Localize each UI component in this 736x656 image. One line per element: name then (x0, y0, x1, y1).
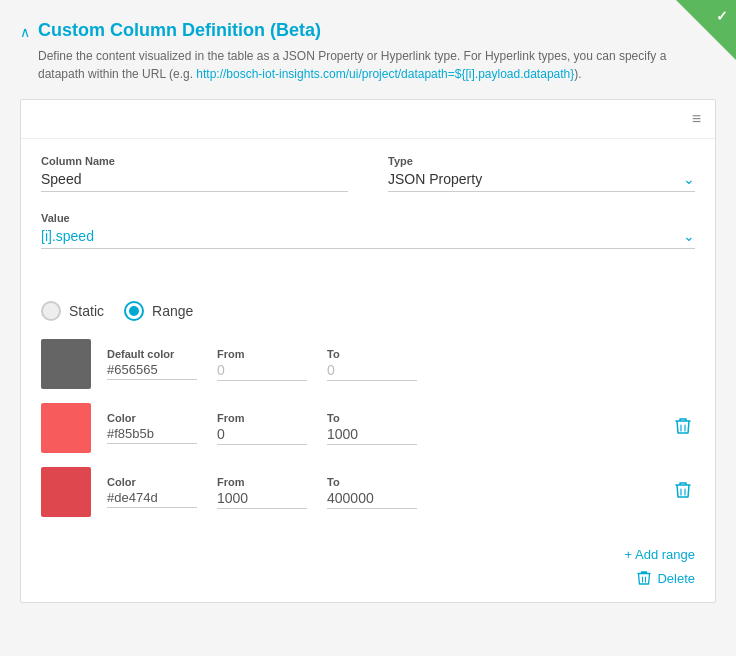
column-name-input-row (41, 171, 348, 192)
form-row-2: Value ⌄ (41, 212, 695, 249)
type-input-row: ⌄ (388, 171, 695, 192)
header-section: ∧ Custom Column Definition (Beta) Define… (20, 20, 716, 83)
from-value-1: 0 (217, 426, 307, 445)
color-label-2: Color (107, 476, 197, 488)
from-value-0: 0 (217, 362, 307, 381)
type-group: Type ⌄ (388, 155, 695, 192)
color-row-0: Default color #656565 From 0 To 0 (41, 339, 695, 389)
delete-row-2-button[interactable] (671, 477, 695, 507)
to-label-1: To (327, 412, 417, 424)
radio-section: Static Range (21, 285, 715, 331)
card-toolbar: ≡ (21, 100, 715, 139)
to-label-0: To (327, 348, 417, 360)
bottom-actions: + Add range Delete (21, 541, 715, 602)
to-value-0: 0 (327, 362, 417, 381)
from-group-2: From 1000 (217, 476, 307, 509)
to-label-2: To (327, 476, 417, 488)
page-title: Custom Column Definition (Beta) (38, 20, 716, 41)
radio-static[interactable]: Static (41, 301, 104, 321)
radio-static-circle (41, 301, 61, 321)
from-label-0: From (217, 348, 307, 360)
color-swatch-2[interactable] (41, 467, 91, 517)
header-content: Custom Column Definition (Beta) Define t… (38, 20, 716, 83)
add-range-label: + Add range (625, 547, 695, 562)
color-info-2: Color #de474d (107, 476, 197, 508)
radio-range-label: Range (152, 303, 193, 319)
delete-row-1-button[interactable] (671, 413, 695, 443)
description-link[interactable]: http://bosch-iot-insights.com/ui/project… (196, 67, 574, 81)
column-name-group: Column Name (41, 155, 348, 192)
color-label-1: Color (107, 412, 197, 424)
value-group: Value ⌄ (41, 212, 695, 249)
to-value-1: 1000 (327, 426, 417, 445)
form-row-1: Column Name Type ⌄ (41, 155, 695, 192)
value-input[interactable] (41, 228, 683, 244)
type-input[interactable] (388, 171, 683, 187)
radio-range[interactable]: Range (124, 301, 193, 321)
value-input-row: ⌄ (41, 228, 695, 249)
value-label: Value (41, 212, 695, 224)
column-name-label: Column Name (41, 155, 348, 167)
type-chevron-icon[interactable]: ⌄ (683, 171, 695, 187)
toolbar-menu-icon[interactable]: ≡ (692, 110, 701, 128)
radio-range-dot (129, 306, 139, 316)
radio-range-circle (124, 301, 144, 321)
color-swatch-1[interactable] (41, 403, 91, 453)
check-icon: ✓ (716, 8, 728, 24)
color-row-1: Color #f85b5b From 0 To 1000 (41, 403, 695, 453)
main-card: ≡ Column Name Type ⌄ (20, 99, 716, 603)
color-row-2: Color #de474d From 1000 To 400000 (41, 467, 695, 517)
from-group-0: From 0 (217, 348, 307, 381)
type-label: Type (388, 155, 695, 167)
default-color-label: Default color (107, 348, 197, 360)
collapse-icon[interactable]: ∧ (20, 24, 30, 40)
radio-static-label: Static (69, 303, 104, 319)
color-swatch-0[interactable] (41, 339, 91, 389)
delete-button[interactable]: Delete (637, 570, 695, 586)
to-value-2: 400000 (327, 490, 417, 509)
color-info-1: Color #f85b5b (107, 412, 197, 444)
from-label-2: From (217, 476, 307, 488)
description-text-2: ). (574, 67, 581, 81)
default-color-value: #656565 (107, 362, 197, 380)
color-table: Default color #656565 From 0 To 0 Color … (21, 331, 715, 541)
color-value-1: #f85b5b (107, 426, 197, 444)
to-group-0: To 0 (327, 348, 417, 381)
delete-label: Delete (657, 571, 695, 586)
from-label-1: From (217, 412, 307, 424)
to-group-1: To 1000 (327, 412, 417, 445)
value-chevron-icon[interactable]: ⌄ (683, 228, 695, 244)
trash-icon (637, 570, 651, 586)
from-group-1: From 0 (217, 412, 307, 445)
page-description: Define the content visualized in the tab… (38, 47, 716, 83)
to-group-2: To 400000 (327, 476, 417, 509)
column-name-input[interactable] (41, 171, 348, 187)
add-range-button[interactable]: + Add range (625, 547, 695, 562)
color-info-0: Default color #656565 (107, 348, 197, 380)
from-value-2: 1000 (217, 490, 307, 509)
form-section: Column Name Type ⌄ Value (21, 139, 715, 285)
color-value-2: #de474d (107, 490, 197, 508)
